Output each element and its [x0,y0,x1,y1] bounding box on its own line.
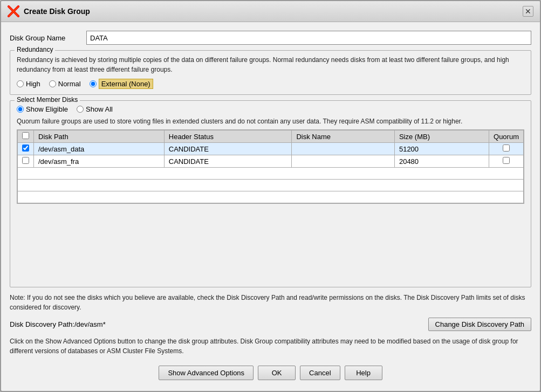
redundancy-high-label: High [26,80,40,88]
row1-header-status: CANDIDATE [164,143,292,155]
row2-disk-name [292,155,394,168]
button-row: Show Advanced Options OK Cancel Help [10,361,531,382]
table-row-empty [18,168,524,180]
col-header-header-status: Header Status [164,130,292,143]
redundancy-radio-row: High Normal External (None) [17,79,524,89]
redundancy-external-option[interactable]: External (None) [90,79,153,89]
row1-disk-path: /dev/asm_data [34,143,165,155]
redundancy-group-title: Redundancy [15,46,55,53]
table-row: /dev/asm_fra CANDIDATE 20480 [18,155,524,168]
redundancy-high-radio[interactable] [17,80,24,87]
redundancy-normal-label: Normal [58,80,81,88]
advanced-note: Click on the Show Advanced Options butto… [10,336,531,356]
row2-size-mb: 20480 [394,155,489,168]
table-row: /dev/asm_data CANDIDATE 51200 [18,143,524,155]
create-disk-group-dialog: Create Disk Group ✕ Disk Group Name Redu… [0,0,541,392]
select-all-checkbox[interactable] [22,132,29,139]
oracle-icon [8,5,19,17]
help-button[interactable]: Help [345,366,382,380]
redundancy-external-label: External (None) [99,79,153,89]
row1-quorum-checkbox[interactable] [503,145,510,152]
show-eligible-radio[interactable] [17,106,24,113]
row1-size-mb: 51200 [394,143,489,155]
redundancy-normal-radio[interactable] [49,80,56,87]
close-button[interactable]: ✕ [523,6,533,17]
redundancy-high-option[interactable]: High [17,80,40,88]
col-header-size-mb: Size (MB) [394,130,489,143]
table-row-empty [18,180,524,191]
title-bar: Create Disk Group ✕ [1,1,540,22]
show-all-option[interactable]: Show All [77,105,113,113]
discovery-path-label: Disk Discovery Path:/dev/asm* [10,320,106,328]
row1-check-cell[interactable] [18,143,34,155]
col-header-check[interactable] [18,130,34,143]
col-header-quorum: Quorum [489,130,524,143]
title-bar-left: Create Disk Group [8,5,90,17]
disk-table: Disk Path Header Status Disk Name Size (… [17,130,524,203]
change-disk-discovery-path-button[interactable]: Change Disk Discovery Path [428,318,531,331]
discovery-path-row: Disk Discovery Path:/dev/asm* Change Dis… [10,318,531,331]
table-row-empty [18,191,524,203]
col-header-disk-path: Disk Path [34,130,165,143]
row1-disk-name [292,143,394,155]
row1-checkbox[interactable] [22,145,29,152]
redundancy-description: Redundancy is achieved by storing multip… [17,55,524,74]
disk-group-name-label: Disk Group Name [10,34,80,42]
redundancy-normal-option[interactable]: Normal [49,80,81,88]
col-header-disk-name: Disk Name [292,130,394,143]
disk-note: Note: If you do not see the disks which … [10,293,531,312]
redundancy-external-radio[interactable] [90,80,97,87]
show-radio-row: Show Eligible Show All [17,105,524,113]
show-all-label: Show All [86,105,113,113]
dialog-body: Disk Group Name Redundancy Redundancy is… [1,22,540,391]
show-eligible-option[interactable]: Show Eligible [17,105,68,113]
row2-check-cell[interactable] [18,155,34,168]
row2-checkbox[interactable] [22,157,29,164]
disk-group-name-row: Disk Group Name [10,31,531,45]
row1-quorum-cell[interactable] [489,143,524,155]
select-disks-title: Select Member Disks [15,96,80,104]
row2-quorum-cell[interactable] [489,155,524,168]
disk-table-wrapper: Disk Path Header Status Disk Name Size (… [17,129,524,204]
dialog-title: Create Disk Group [24,7,90,16]
quorum-note: Quorum failure groups are used to store … [17,116,524,126]
row2-quorum-checkbox[interactable] [503,157,510,164]
show-eligible-label: Show Eligible [26,105,68,113]
disk-group-name-input[interactable] [86,31,531,45]
select-member-disks-group: Select Member Disks Show Eligible Show A… [10,100,531,287]
show-advanced-options-button[interactable]: Show Advanced Options [159,366,254,380]
row2-header-status: CANDIDATE [164,155,292,168]
redundancy-group: Redundancy Redundancy is achieved by sto… [10,50,531,95]
show-all-radio[interactable] [77,106,84,113]
row2-disk-path: /dev/asm_fra [34,155,165,168]
ok-button[interactable]: OK [258,366,296,380]
cancel-button[interactable]: Cancel [300,366,340,380]
